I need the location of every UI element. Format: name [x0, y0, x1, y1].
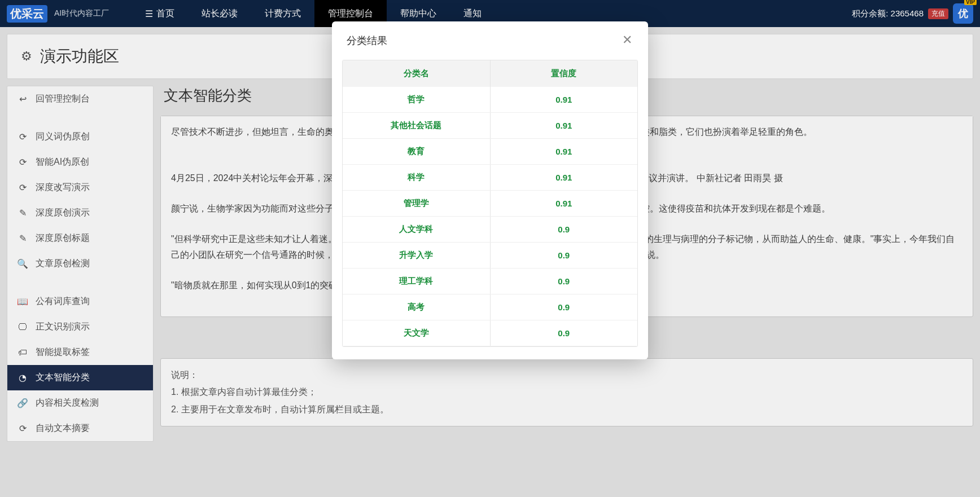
- table-row: 科学0.91: [343, 165, 637, 191]
- cell-confidence: 0.9: [490, 294, 637, 320]
- cell-category: 天文学: [343, 320, 490, 346]
- cell-category: 科学: [343, 165, 490, 191]
- cell-category: 管理学: [343, 191, 490, 217]
- modal-title: 分类结果: [347, 34, 387, 47]
- table-row: 其他社会话题0.91: [343, 113, 637, 139]
- cell-confidence: 0.91: [490, 165, 637, 191]
- cell-confidence: 0.91: [490, 113, 637, 139]
- result-table: 分类名 置信度 哲学0.91其他社会话题0.91教育0.91科学0.91管理学0…: [343, 60, 637, 346]
- table-row: 管理学0.91: [343, 191, 637, 217]
- cell-confidence: 0.91: [490, 87, 637, 113]
- cell-confidence: 0.9: [490, 243, 637, 269]
- cell-category: 高考: [343, 294, 490, 320]
- cell-confidence: 0.9: [490, 320, 637, 346]
- modal-backdrop: 分类结果 ✕ 分类名 置信度 哲学0.91其他社会话题0.91教育0.91科学0…: [0, 0, 980, 497]
- modal-header: 分类结果 ✕: [332, 21, 648, 60]
- cell-confidence: 0.9: [490, 269, 637, 294]
- cell-category: 教育: [343, 139, 490, 165]
- cell-category: 哲学: [343, 87, 490, 113]
- table-row: 天文学0.9: [343, 320, 637, 346]
- cell-category: 其他社会话题: [343, 113, 490, 139]
- col-confidence: 置信度: [490, 60, 637, 87]
- cell-confidence: 0.9: [490, 217, 637, 243]
- close-icon[interactable]: ✕: [622, 35, 633, 46]
- cell-confidence: 0.91: [490, 139, 637, 165]
- cell-category: 人文学科: [343, 217, 490, 243]
- table-row: 教育0.91: [343, 139, 637, 165]
- table-row: 理工学科0.9: [343, 269, 637, 294]
- modal-body: 分类名 置信度 哲学0.91其他社会话题0.91教育0.91科学0.91管理学0…: [332, 60, 648, 359]
- cell-category: 升学入学: [343, 243, 490, 269]
- col-category: 分类名: [343, 60, 490, 87]
- cell-category: 理工学科: [343, 269, 490, 294]
- table-row: 哲学0.91: [343, 87, 637, 113]
- table-row: 人文学科0.9: [343, 217, 637, 243]
- cell-confidence: 0.91: [490, 191, 637, 217]
- table-row: 升学入学0.9: [343, 243, 637, 269]
- classification-modal: 分类结果 ✕ 分类名 置信度 哲学0.91其他社会话题0.91教育0.91科学0…: [332, 21, 648, 359]
- table-row: 高考0.9: [343, 294, 637, 320]
